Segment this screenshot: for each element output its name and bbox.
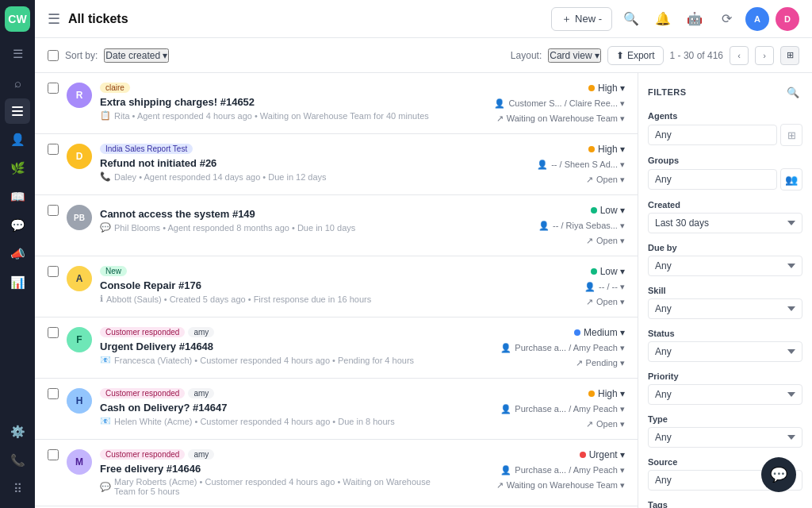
ticket-checkbox[interactable] xyxy=(48,449,59,460)
sidebar-item-reports[interactable]: 🌿 xyxy=(5,156,30,181)
tag[interactable]: India Sales Report Test xyxy=(100,144,193,154)
assign-row[interactable]: 👤 -- / -- ▾ xyxy=(584,282,625,292)
priority-label: Medium ▾ xyxy=(584,327,625,338)
ticket-title[interactable]: Extra shipping charges! #14652 xyxy=(100,96,442,108)
priority-badge[interactable]: Urgent ▾ xyxy=(580,449,625,460)
status-row[interactable]: ↗ Pending ▾ xyxy=(576,358,625,368)
assign-label: -- / Riya Sebas... ▾ xyxy=(553,221,625,231)
layout-button[interactable]: Card view ▾ xyxy=(548,48,601,63)
priority-badge[interactable]: High ▾ xyxy=(588,83,625,94)
assign-row[interactable]: 👤 Purchase a... / Amy Peach ▾ xyxy=(500,343,625,353)
sidebar-item-chat[interactable]: 💬 xyxy=(5,213,30,238)
ticket-title[interactable]: Console Repair #176 xyxy=(100,279,442,291)
sidebar-item-settings[interactable]: ⚙️ xyxy=(5,419,30,444)
sidebar-item-campaigns[interactable]: 📣 xyxy=(5,241,30,267)
status-row[interactable]: ↗ Open ▾ xyxy=(586,175,625,185)
filter-skill-select[interactable]: Any xyxy=(648,298,802,319)
assign-label: Customer S... / Claire Ree... ▾ xyxy=(508,98,625,109)
sidebar-item-phone[interactable]: 📞 xyxy=(5,448,30,473)
filter-groups-select[interactable]: Any xyxy=(648,169,777,190)
search-icon[interactable]: 🔍 xyxy=(619,6,644,32)
ticket-checkbox[interactable] xyxy=(48,388,59,399)
integrations-icon[interactable]: 🤖 xyxy=(682,6,707,32)
status-row[interactable]: ↗ Open ▾ xyxy=(586,419,625,429)
priority-badge[interactable]: Medium ▾ xyxy=(574,327,625,338)
ticket-title[interactable]: Refund not initiated #26 xyxy=(100,157,442,169)
notifications-icon[interactable]: 🔔 xyxy=(650,6,676,32)
export-label: Export xyxy=(627,50,655,61)
tag[interactable]: Customer responded xyxy=(100,327,185,337)
sidebar-item-tickets[interactable] xyxy=(5,98,30,124)
next-page-button[interactable]: › xyxy=(755,46,774,65)
ticket-title[interactable]: Free delivery #14646 xyxy=(100,463,442,475)
ticket-checkbox[interactable] xyxy=(48,83,59,94)
sidebar-item-search[interactable]: ⌕ xyxy=(5,70,30,95)
filter-search-icon[interactable]: 🔍 xyxy=(783,83,802,102)
ticket-title[interactable]: Urgent Delivery #14648 xyxy=(100,341,442,352)
priority-badge[interactable]: Low ▾ xyxy=(591,205,625,216)
ticket-body: Cannot access the system #149 💬 Phil Blo… xyxy=(100,205,442,233)
status-row[interactable]: ↗ Waiting on Warehouse Team ▾ xyxy=(496,114,625,124)
status-icon: ↗ xyxy=(586,175,593,185)
app-logo[interactable]: CW xyxy=(5,6,30,32)
sidebar-item-kb[interactable]: 📖 xyxy=(5,184,30,210)
svg-rect-2 xyxy=(12,114,23,116)
tag[interactable]: amy xyxy=(188,327,214,337)
assign-row[interactable]: 👤 -- / Riya Sebas... ▾ xyxy=(538,221,625,231)
priority-badge[interactable]: High ▾ xyxy=(588,388,625,399)
new-icon: ＋ xyxy=(561,12,572,26)
sidebar-item-menu[interactable]: ☰ xyxy=(5,41,30,67)
filter-type-label: Type xyxy=(648,414,802,424)
filter-dueby-select[interactable]: Any xyxy=(648,256,802,276)
tag[interactable]: Customer responded xyxy=(100,388,185,398)
status-row[interactable]: ↗ Open ▾ xyxy=(586,297,625,307)
assign-row[interactable]: 👤 -- / Sheen S Ad... ▾ xyxy=(537,160,625,170)
ticket-right: Low ▾ 👤 -- / Riya Sebas... ▾ ↗ Open ▾ xyxy=(450,205,625,246)
grid-view-button[interactable]: ⊞ xyxy=(780,46,799,65)
ticket-title[interactable]: Cash on Delivery? #14647 xyxy=(100,402,442,414)
filter-created-select[interactable]: Last 30 days Today This week xyxy=(648,213,802,233)
ticket-checkbox[interactable] xyxy=(48,327,59,338)
filter-status-select[interactable]: Any xyxy=(648,341,802,362)
sidebar-item-contacts[interactable]: 👤 xyxy=(5,127,30,152)
sidebar-item-analytics[interactable]: 📊 xyxy=(5,270,30,295)
filter-priority-select[interactable]: Any xyxy=(648,384,802,405)
select-all-checkbox[interactable] xyxy=(48,50,59,61)
ticket-checkbox[interactable] xyxy=(48,205,59,216)
ticket-checkbox[interactable] xyxy=(48,266,59,277)
tag[interactable]: Customer responded xyxy=(100,449,185,460)
filter-agents-select[interactable]: Any xyxy=(648,125,777,145)
sidebar-item-apps[interactable]: ⠿ xyxy=(5,476,30,502)
filter-groups-extra-btn[interactable]: 👥 xyxy=(780,168,802,190)
user-avatar-d[interactable]: D xyxy=(776,7,799,31)
filter-type-select[interactable]: Any xyxy=(648,427,802,448)
prev-page-button[interactable]: ‹ xyxy=(730,46,749,65)
assign-row[interactable]: 👤 Customer S... / Claire Ree... ▾ xyxy=(494,98,625,109)
filter-priority: Priority Any xyxy=(648,371,802,405)
ticket-checkbox[interactable] xyxy=(48,144,59,155)
chat-fab-button[interactable]: 💬 xyxy=(761,457,796,492)
tag[interactable]: amy xyxy=(188,449,214,460)
ticket-tags: Customer responded amy xyxy=(100,327,442,337)
meta-text: Daley • Agent responded 14 days ago • Du… xyxy=(114,172,327,182)
priority-badge[interactable]: Low ▾ xyxy=(591,266,625,277)
tag[interactable]: claire xyxy=(100,83,130,93)
tag[interactable]: New xyxy=(100,266,127,276)
priority-badge[interactable]: High ▾ xyxy=(588,144,625,155)
status-row[interactable]: ↗ Waiting on Warehouse Team ▾ xyxy=(496,480,625,491)
user-avatar[interactable]: A xyxy=(745,7,769,31)
sort-button[interactable]: Date created ▾ xyxy=(104,48,169,63)
refresh-icon[interactable]: ⟳ xyxy=(714,6,739,32)
priority-dot xyxy=(591,268,597,275)
tag[interactable]: amy xyxy=(188,388,214,398)
new-button[interactable]: ＋ New - xyxy=(551,7,612,31)
meta-icon: 💬 xyxy=(100,222,111,233)
assign-row[interactable]: 👤 Purchase a... / Amy Peach ▾ xyxy=(500,465,625,475)
export-button[interactable]: ⬆ Export xyxy=(607,46,664,65)
status-row[interactable]: ↗ Open ▾ xyxy=(586,236,625,246)
avatar: F xyxy=(67,327,92,352)
filter-agents-extra-btn[interactable]: ⊞ xyxy=(780,124,802,146)
ticket-title[interactable]: Cannot access the system #149 xyxy=(100,208,442,220)
menu-icon[interactable]: ☰ xyxy=(48,10,60,28)
assign-row[interactable]: 👤 Purchase a... / Amy Peach ▾ xyxy=(500,404,625,414)
